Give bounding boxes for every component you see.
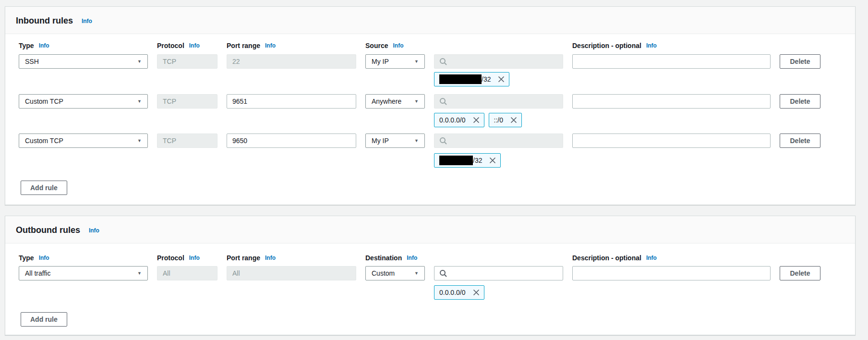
inbound-rules-card: Inbound rules Info TypeInfo ProtocolInfo… <box>5 6 856 205</box>
source-select[interactable]: My IP ▼ <box>365 134 425 148</box>
port-range-info-link[interactable]: Info <box>265 255 276 261</box>
column-header-type: TypeInfo <box>19 42 148 49</box>
dismiss-icon[interactable] <box>498 76 505 83</box>
search-icon <box>439 97 447 105</box>
search-icon <box>439 58 447 65</box>
outbound-rules-header: Outbound rules Info <box>5 216 855 243</box>
column-header-destination: DestinationInfo <box>365 254 425 262</box>
column-header-description: Description - optionalInfo <box>572 42 771 49</box>
description-input[interactable] <box>572 94 771 109</box>
port-range-input <box>227 266 356 280</box>
cidr-search-input <box>434 94 563 109</box>
cidr-search-input <box>434 134 563 148</box>
cidr-token-label: ::/0 <box>494 116 503 124</box>
outbound-info-link[interactable]: Info <box>89 227 99 234</box>
source-select[interactable]: Anywhere ▼ <box>365 94 425 109</box>
type-select-value: Custom TCP <box>25 137 63 145</box>
caret-down-icon: ▼ <box>137 60 142 64</box>
type-select[interactable]: Custom TCP ▼ <box>19 134 148 148</box>
cidr-token-label: 0.0.0.0/0 <box>439 116 466 124</box>
search-icon <box>439 137 447 145</box>
protocol-field <box>157 54 217 69</box>
delete-button[interactable]: Delete <box>780 94 820 109</box>
outbound-rules-body: TypeInfo ProtocolInfo Port rangeInfo Des… <box>5 243 855 335</box>
port-range-input[interactable] <box>227 134 356 148</box>
port-range-input[interactable] <box>227 94 356 109</box>
delete-button[interactable]: Delete <box>780 54 820 69</box>
description-info-link[interactable]: Info <box>646 42 657 49</box>
security-group-rules-page: Inbound rules Info TypeInfo ProtocolInfo… <box>0 0 868 335</box>
redacted-ip-block <box>439 74 482 84</box>
destination-info-link[interactable]: Info <box>407 255 417 261</box>
add-rule-button[interactable]: Add rule <box>21 312 67 327</box>
inbound-column-header-row: TypeInfo ProtocolInfo Port rangeInfo Sou… <box>19 42 831 49</box>
add-rule-button[interactable]: Add rule <box>21 181 67 195</box>
dismiss-icon[interactable] <box>510 117 517 123</box>
token-row: /32 <box>19 153 831 168</box>
caret-down-icon: ▼ <box>414 99 419 104</box>
type-select[interactable]: SSH ▼ <box>19 54 148 69</box>
cidr-token: 0.0.0.0/0 <box>434 285 484 300</box>
cidr-token: /32 <box>434 72 509 86</box>
rule-row: Custom TCP ▼ My IP ▼ Delete <box>19 134 831 148</box>
caret-down-icon: ▼ <box>414 139 419 143</box>
dismiss-icon[interactable] <box>473 117 480 123</box>
source-select-value: Anywhere <box>372 97 401 105</box>
description-input[interactable] <box>572 266 771 280</box>
source-select[interactable]: My IP ▼ <box>365 54 425 69</box>
column-header-description: Description - optionalInfo <box>572 254 771 262</box>
type-select-value: All traffic <box>25 269 50 277</box>
column-header-protocol: ProtocolInfo <box>157 254 217 262</box>
protocol-info-link[interactable]: Info <box>189 255 200 261</box>
destination-select-value: Custom <box>372 269 395 277</box>
rule-row: All traffic ▼ Custom ▼ Delete <box>19 266 831 280</box>
column-header-type: TypeInfo <box>19 254 148 262</box>
protocol-info-link[interactable]: Info <box>189 42 200 49</box>
redacted-ip-block <box>439 156 473 165</box>
delete-button[interactable]: Delete <box>780 134 820 148</box>
protocol-field <box>157 134 217 148</box>
dismiss-icon[interactable] <box>473 289 480 296</box>
description-input[interactable] <box>572 54 771 69</box>
dismiss-icon[interactable] <box>489 157 496 164</box>
cidr-token-label: 0.0.0.0/0 <box>439 289 466 296</box>
column-header-port-range: Port rangeInfo <box>227 254 356 262</box>
delete-button[interactable]: Delete <box>780 266 820 280</box>
caret-down-icon: ▼ <box>137 271 142 276</box>
type-select[interactable]: All traffic ▼ <box>19 266 148 280</box>
column-header-source: SourceInfo <box>365 42 425 49</box>
source-select-value: My IP <box>372 137 389 145</box>
caret-down-icon: ▼ <box>137 99 142 104</box>
destination-select[interactable]: Custom ▼ <box>365 266 425 280</box>
cidr-search-input[interactable] <box>434 266 563 280</box>
description-info-link[interactable]: Info <box>646 255 657 261</box>
protocol-field <box>157 266 217 280</box>
port-range-info-link[interactable]: Info <box>265 42 276 49</box>
rule-row: SSH ▼ My IP ▼ Delete <box>19 54 831 69</box>
description-input[interactable] <box>572 134 771 148</box>
caret-down-icon: ▼ <box>137 139 142 143</box>
token-row: /32 <box>19 72 831 86</box>
type-select-value: Custom TCP <box>25 97 63 105</box>
column-header-protocol: ProtocolInfo <box>157 42 217 49</box>
cidr-token-label: /32 <box>482 75 491 83</box>
cidr-search-input <box>434 54 563 69</box>
source-info-link[interactable]: Info <box>393 42 403 49</box>
source-select-value: My IP <box>372 58 389 65</box>
inbound-rules-body: TypeInfo ProtocolInfo Port rangeInfo Sou… <box>5 34 855 205</box>
caret-down-icon: ▼ <box>414 60 419 64</box>
type-info-link[interactable]: Info <box>39 42 49 49</box>
inbound-rules-title: Inbound rules <box>16 16 73 26</box>
column-header-port-range: Port rangeInfo <box>227 42 356 49</box>
type-info-link[interactable]: Info <box>39 255 49 261</box>
outbound-rules-title: Outbound rules <box>16 225 80 235</box>
search-icon <box>439 269 447 277</box>
inbound-info-link[interactable]: Info <box>82 18 92 24</box>
type-select[interactable]: Custom TCP ▼ <box>19 94 148 109</box>
cidr-token: ::/0 <box>489 113 522 127</box>
rule-row: Custom TCP ▼ Anywhere ▼ Delete <box>19 94 831 109</box>
port-range-input <box>227 54 356 69</box>
inbound-rules-header: Inbound rules Info <box>5 7 855 34</box>
outbound-column-header-row: TypeInfo ProtocolInfo Port rangeInfo Des… <box>19 254 831 262</box>
protocol-field <box>157 94 217 109</box>
